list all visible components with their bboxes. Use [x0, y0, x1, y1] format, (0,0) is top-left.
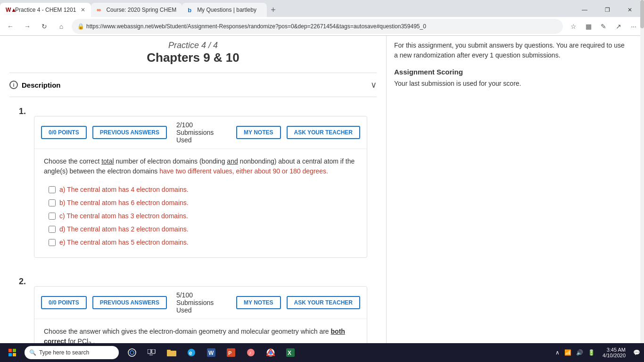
- svg-rect-10: [167, 350, 171, 352]
- tab-favicon-2: ∞: [97, 7, 103, 13]
- bookmark-icon[interactable]: ☆: [567, 20, 580, 33]
- page-title-main: Chapters 9 & 10: [9, 50, 377, 65]
- q1-option-e[interactable]: e) The central atom has 5 electron domai…: [49, 239, 357, 246]
- sidebar-intro: For this assignment, you submit answers …: [394, 41, 629, 60]
- svg-rect-3: [13, 353, 16, 356]
- start-button[interactable]: [2, 344, 23, 361]
- more-icon[interactable]: ···: [627, 20, 640, 33]
- svg-text:X: X: [288, 350, 291, 356]
- svg-text:P: P: [228, 350, 231, 356]
- taskbar-cortana-icon[interactable]: [123, 344, 141, 361]
- taskbar-excel-icon[interactable]: X: [281, 344, 300, 361]
- taskbar-time: 3:45 AM: [603, 347, 626, 353]
- q2-prev-answers-button[interactable]: PREVIOUS ANSWERS: [92, 296, 167, 309]
- tab-bartleby[interactable]: b My Questions | bartleby: [182, 3, 267, 17]
- q1-option-c[interactable]: c) The central atom has 3 electron domai…: [49, 212, 357, 220]
- tab-close-1[interactable]: ✕: [81, 7, 85, 13]
- home-button[interactable]: ⌂: [55, 20, 68, 33]
- taskbar-volume-icon[interactable]: 🔊: [574, 349, 585, 356]
- svg-rect-2: [8, 353, 12, 356]
- content-wrapper: Practice 4 / 4 Chapters 9 & 10 i Descrip…: [0, 36, 640, 362]
- taskbar-search-box[interactable]: 🔍 Type here to search: [25, 346, 119, 359]
- taskbar-powerpoint-icon[interactable]: P: [222, 344, 240, 361]
- back-button[interactable]: ←: [4, 20, 17, 33]
- q1-option-b[interactable]: b) The central atom has 6 electron domai…: [49, 199, 357, 206]
- q1-points-button[interactable]: 0/0 POINTS: [41, 126, 87, 139]
- question-1-block: 0/0 POINTS PREVIOUS ANSWERS 2/100 Submis…: [34, 116, 367, 258]
- taskbar-chevron-icon[interactable]: ∧: [553, 349, 561, 356]
- q1-ask-teacher-button[interactable]: ASK YOUR TEACHER: [287, 126, 360, 139]
- svg-rect-6: [148, 349, 151, 354]
- q2-ask-teacher-button[interactable]: ASK YOUR TEACHER: [287, 296, 360, 309]
- svg-rect-8: [149, 354, 153, 355]
- svg-rect-0: [8, 349, 12, 352]
- sidebar: For this assignment, you submit answers …: [387, 36, 636, 362]
- taskbar-chrome-icon[interactable]: [261, 344, 280, 361]
- taskbar-time-display[interactable]: 3:45 AM 4/10/2020: [599, 347, 629, 358]
- sidebar-intro-text: For this assignment, you submit answers …: [394, 41, 629, 60]
- taskbar-word-icon[interactable]: W: [202, 344, 221, 361]
- q2-my-notes-button[interactable]: MY NOTES: [236, 296, 281, 309]
- address-bar-icons: ☆ ▦ ✎ ↗ ···: [567, 20, 640, 33]
- page-header: Practice 4 / 4 Chapters 9 & 10: [9, 36, 377, 73]
- tab-favicon-1: W▲: [6, 7, 12, 13]
- taskbar-task-view-icon[interactable]: [142, 344, 161, 361]
- question-1-outer: 1. 0/0 POINTS PREVIOUS ANSWERS 2/100 Sub…: [9, 107, 377, 362]
- taskbar-file-explorer-icon[interactable]: [162, 344, 181, 361]
- page-title-small: Practice 4 / 4: [9, 41, 377, 50]
- taskbar-search-text: Type here to search: [39, 349, 89, 356]
- taskbar-itunes-icon[interactable]: ♪: [241, 344, 260, 361]
- q1-checkbox-b[interactable]: [49, 199, 56, 206]
- taskbar-date: 4/10/2020: [603, 353, 626, 358]
- tab-practice-chem[interactable]: W▲ Practice 4 - CHEM 1201 ✕: [0, 3, 91, 17]
- q1-submissions-used: 2/100 Submissions Used: [176, 121, 231, 144]
- taskbar-battery-icon[interactable]: 🔋: [586, 349, 597, 356]
- forward-button[interactable]: →: [21, 20, 34, 33]
- sidebar-scoring: Assignment Scoring Your last submission …: [394, 68, 629, 89]
- description-chevron[interactable]: ∨: [371, 80, 377, 90]
- svg-point-4: [128, 349, 136, 356]
- q1-option-c-label: c) The central atom has 3 electron domai…: [59, 212, 188, 220]
- taskbar-edge-icon[interactable]: e: [182, 344, 201, 361]
- q1-checkbox-c[interactable]: [49, 213, 56, 220]
- q1-option-d[interactable]: d) The central atom has 2 electron domai…: [49, 225, 357, 233]
- q1-prev-answers-button[interactable]: PREVIOUS ANSWERS: [92, 126, 167, 139]
- question-1-header: 0/0 POINTS PREVIOUS ANSWERS 2/100 Submis…: [34, 116, 367, 149]
- q2-points-button[interactable]: 0/0 POINTS: [41, 296, 87, 309]
- q1-option-d-label: d) The central atom has 2 electron domai…: [59, 225, 189, 233]
- q1-checkbox-d[interactable]: [49, 226, 56, 233]
- pen-icon[interactable]: ✎: [597, 20, 610, 33]
- scrollbar-track[interactable]: [640, 36, 644, 362]
- svg-point-5: [130, 351, 134, 354]
- svg-text:W: W: [208, 350, 214, 356]
- q1-option-a[interactable]: a) The central atom has 4 electron domai…: [49, 186, 357, 193]
- q1-checkbox-e[interactable]: [49, 239, 56, 246]
- taskbar: 🔍 Type here to search e W P ♪ X: [0, 343, 644, 362]
- description-label: i Description: [9, 81, 61, 89]
- reload-button[interactable]: ↻: [38, 20, 51, 33]
- reader-view-icon[interactable]: ▦: [582, 20, 595, 33]
- q1-option-a-label: a) The central atom has 4 electron domai…: [59, 186, 189, 193]
- question-1-number: 1.: [19, 107, 28, 116]
- taskbar-app-icons: e W P ♪ X: [123, 344, 552, 361]
- q1-checkbox-a[interactable]: [49, 186, 56, 193]
- url-text: https://www.webassign.net/web/Student/As…: [86, 23, 557, 30]
- share-icon[interactable]: ↗: [612, 20, 625, 33]
- tab-bar: W▲ Practice 4 - CHEM 1201 ✕ ∞ Course: 20…: [0, 0, 644, 17]
- new-tab-button[interactable]: +: [267, 5, 280, 15]
- taskbar-network-icon[interactable]: 📶: [562, 349, 573, 356]
- main-content: Practice 4 / 4 Chapters 9 & 10 i Descrip…: [0, 36, 387, 362]
- taskbar-search-icon: 🔍: [29, 349, 36, 356]
- url-box[interactable]: 🔒 https://www.webassign.net/web/Student/…: [72, 19, 563, 34]
- svg-rect-7: [152, 349, 155, 354]
- minimize-button[interactable]: —: [574, 3, 595, 17]
- q1-my-notes-button[interactable]: MY NOTES: [236, 126, 281, 139]
- description-bar[interactable]: i Description ∨: [9, 73, 377, 97]
- q1-option-e-label: e) The central atom has 5 electron domai…: [59, 239, 189, 246]
- question-1-body: Choose the correct total number of elect…: [34, 149, 367, 257]
- tab-course[interactable]: ∞ Course: 2020 Spring CHEM: [91, 3, 182, 17]
- maximize-button[interactable]: ❐: [597, 3, 618, 17]
- close-button[interactable]: ✕: [619, 3, 640, 17]
- notification-icon[interactable]: 💬: [631, 349, 642, 356]
- question-1-options: a) The central atom has 4 electron domai…: [49, 186, 357, 246]
